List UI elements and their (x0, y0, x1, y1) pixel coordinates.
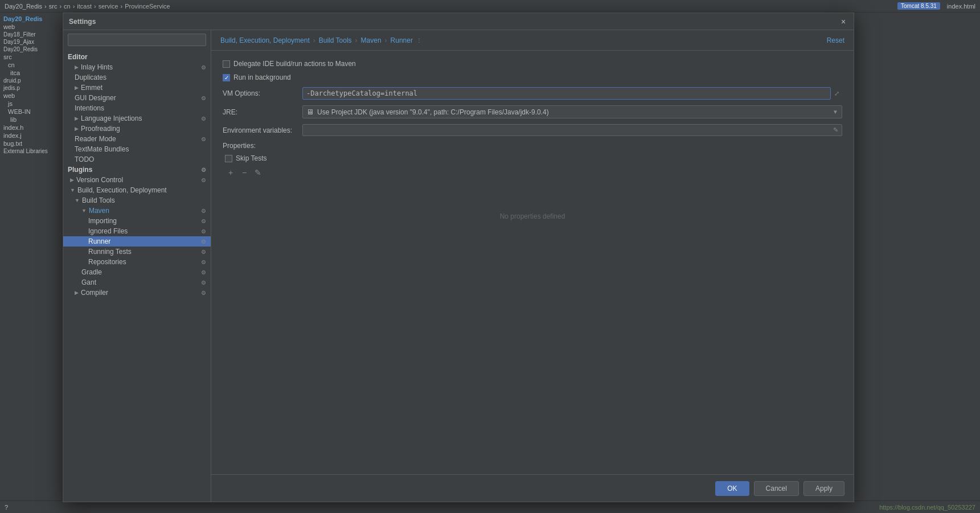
sidebar-item-language-injections[interactable]: ▶ Language Injections ⚙ (63, 113, 211, 124)
gear-icon-importing: ⚙ (201, 218, 206, 224)
skip-tests-checkbox[interactable] (225, 155, 232, 162)
top-bar: Day20_Redis › src › cn › itcast › servic… (0, 0, 980, 13)
right-tab[interactable]: index.html (947, 3, 975, 10)
gear-icon-ignored: ⚙ (201, 228, 206, 235)
apply-button[interactable]: Apply (803, 481, 844, 496)
sidebar-item-repositories[interactable]: Repositories ⚙ (63, 257, 211, 267)
tree-item-indexj[interactable]: index.j (0, 132, 62, 139)
search-input[interactable] (68, 34, 206, 46)
bc-cn[interactable]: cn (64, 3, 71, 10)
sidebar-item-todo[interactable]: TODO (63, 154, 211, 165)
sidebar-item-ignored-files[interactable]: Ignored Files ⚙ (63, 226, 211, 236)
bc-class[interactable]: ProvinceService (125, 3, 170, 10)
remove-property-button[interactable]: − (239, 167, 250, 178)
gear-icon-lang: ⚙ (201, 116, 206, 122)
sidebar-item-running-tests[interactable]: Running Tests ⚙ (63, 247, 211, 257)
tree-item-itca[interactable]: itca (0, 69, 62, 77)
project-tree-panel: Day20_Redis web Day18_Filter Day19_Ajax … (0, 13, 63, 500)
sidebar-item-build-tools[interactable]: ▼ Build Tools (63, 195, 211, 206)
build-tools-label: Build Tools (82, 196, 115, 204)
sidebar-item-inlay-hints[interactable]: ▶ Inlay Hints ⚙ (63, 62, 211, 72)
background-checkbox-group[interactable]: ✓ Run in background (223, 73, 291, 81)
jre-select[interactable]: 🖥 Use Project JDK (java version "9.0.4",… (302, 105, 842, 118)
tree-item-js[interactable]: js (0, 100, 62, 108)
runner-label: Runner (88, 237, 110, 245)
tree-item-day20[interactable]: Day20_Redis (0, 15, 62, 23)
tree-item-indexh[interactable]: index.h (0, 124, 62, 132)
inlay-hints-label: Inlay Hints (81, 63, 113, 71)
sidebar-item-emmet[interactable]: ▶ Emmet (63, 83, 211, 93)
tree-item-jedis[interactable]: jedis.p (0, 84, 62, 92)
tree-item-cn[interactable]: cn (0, 61, 62, 69)
bc-runner[interactable]: Runner (391, 36, 413, 44)
skip-tests-row: Skip Tests (223, 154, 842, 162)
bc-itcast[interactable]: itcast (77, 3, 92, 10)
sidebar-item-version-control[interactable]: ▶ Version Control ⚙ (63, 175, 211, 185)
sidebar-item-gant[interactable]: Gant ⚙ (63, 277, 211, 288)
tree-item-redis[interactable]: Day20_Redis (0, 46, 62, 53)
gear-icon-gui: ⚙ (201, 95, 206, 101)
cancel-button[interactable]: Cancel (754, 481, 799, 496)
expand-arrow-emmet: ▶ (75, 85, 79, 91)
running-tests-label: Running Tests (88, 248, 132, 256)
tree-item-webinf[interactable]: WEB-IN (0, 108, 62, 116)
sidebar-item-duplicates[interactable]: Duplicates (63, 72, 211, 83)
sidebar-item-importing[interactable]: Importing ⚙ (63, 216, 211, 226)
edit-property-button[interactable]: ✎ (252, 167, 264, 178)
top-bar-right: Tomcat 8.5.31 index.html (897, 2, 975, 10)
tree-item-src[interactable]: src (0, 53, 62, 61)
gear-icon-inlay: ⚙ (201, 64, 206, 71)
env-vars-input[interactable]: ✎ (302, 124, 842, 136)
delegate-checkbox-group[interactable]: Delegate IDE build/run actions to Maven (223, 60, 356, 68)
vm-options-expand-icon[interactable]: ⤢ (831, 90, 842, 97)
delegate-checkbox[interactable] (223, 60, 230, 68)
bc-build-tools[interactable]: Build Tools (319, 36, 352, 44)
sidebar-item-textmate[interactable]: TextMate Bundles (63, 144, 211, 154)
gant-label: Gant (81, 278, 96, 286)
tree-item-extlib[interactable]: External Libraries (0, 147, 62, 155)
tree-item-web2[interactable]: web (0, 92, 62, 100)
tree-item-bug[interactable]: bug.txt (0, 139, 62, 147)
bc-maven[interactable]: Maven (361, 36, 382, 44)
version-control-label: Version Control (76, 176, 123, 184)
env-edit-icon[interactable]: ✎ (833, 126, 838, 134)
tomcat-badge[interactable]: Tomcat 8.5.31 (897, 2, 940, 10)
sidebar-item-proofreading[interactable]: ▶ Proofreading (63, 124, 211, 134)
jre-label: JRE: (223, 108, 302, 116)
add-property-button[interactable]: + (225, 167, 236, 178)
sidebar-item-build-exec[interactable]: ▼ Build, Execution, Deployment (63, 185, 211, 195)
vm-options-row: VM Options: ⤢ (223, 87, 842, 100)
sidebar-item-editor[interactable]: Editor (63, 52, 211, 62)
sidebar-item-maven[interactable]: ▼ Maven ⚙ (63, 206, 211, 216)
sidebar-item-compiler[interactable]: ▶ Compiler ⚙ (63, 288, 211, 298)
jre-row: JRE: 🖥 Use Project JDK (java version "9.… (223, 105, 842, 118)
plugins-label: Plugins (68, 166, 92, 174)
gear-icon-gradle: ⚙ (201, 269, 206, 276)
bc-build-exec[interactable]: Build, Execution, Deployment (220, 36, 310, 44)
ok-button[interactable]: OK (715, 481, 749, 496)
background-checkbox[interactable]: ✓ (223, 74, 230, 81)
jre-value: Use Project JDK (java version "9.0.4", p… (317, 108, 833, 116)
sidebar-item-plugins[interactable]: Plugins ⚙ (63, 165, 211, 175)
sidebar-item-gradle[interactable]: Gradle ⚙ (63, 267, 211, 277)
reset-button[interactable]: Reset (827, 36, 844, 44)
bc-project[interactable]: Day20_Redis (5, 3, 42, 10)
sidebar-item-reader-mode[interactable]: Reader Mode ⚙ (63, 134, 211, 144)
tree-item-ajax[interactable]: Day19_Ajax (0, 38, 62, 46)
tree-item-filter[interactable]: Day18_Filter (0, 31, 62, 38)
sidebar-item-intentions[interactable]: Intentions (63, 103, 211, 113)
settings-tree: Editor ▶ Inlay Hints ⚙ Duplicates ▶ Emme… (63, 50, 211, 502)
bc-service[interactable]: service (99, 3, 118, 10)
tree-item-druid[interactable]: druid.p (0, 77, 62, 84)
bc-src[interactable]: src (49, 3, 58, 10)
vm-options-input[interactable] (302, 87, 831, 100)
duplicates-label: Duplicates (75, 73, 106, 81)
close-button[interactable]: × (839, 17, 848, 26)
tree-item-web1[interactable]: web (0, 23, 62, 31)
sidebar-item-runner[interactable]: Runner ⚙ (63, 236, 211, 247)
check-mark: ✓ (224, 75, 229, 81)
tree-item-lib[interactable]: lib (0, 116, 62, 124)
bc-sep2: › (59, 3, 61, 10)
repositories-label: Repositories (88, 258, 126, 266)
sidebar-item-gui-designer[interactable]: GUI Designer ⚙ (63, 93, 211, 103)
